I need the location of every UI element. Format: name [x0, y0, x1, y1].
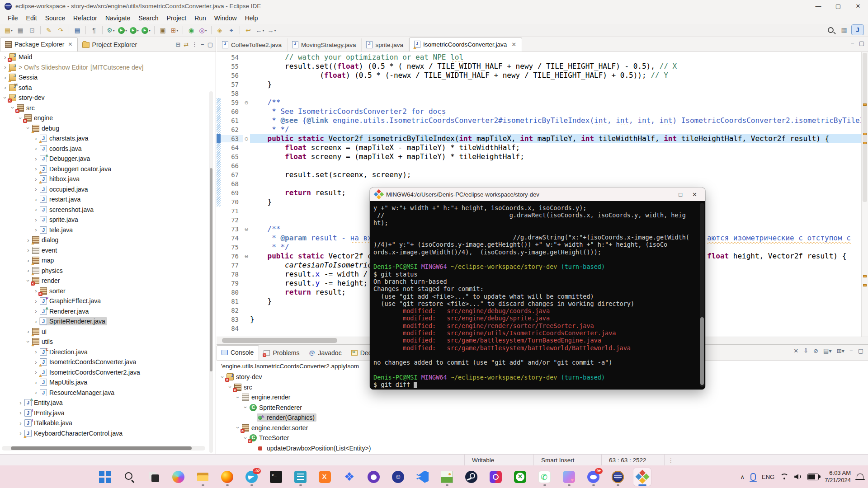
eclipse-icon[interactable]: [609, 468, 627, 486]
new-java-project-icon[interactable]: ▣: [157, 25, 169, 35]
last-edit-location-icon[interactable]: ↩: [242, 25, 254, 35]
editor-tab-isometriccoordsconverter.java[interactable]: IsometricCoordsConverter.java✕: [409, 38, 522, 52]
save-all-icon[interactable]: ⊡: [26, 25, 38, 35]
warning-mark[interactable]: [863, 142, 867, 144]
editor-vertical-scrollbar[interactable]: [863, 53, 867, 202]
scrollbar-thumb[interactable]: [222, 338, 337, 343]
package-explorer-vertical-scrollbar[interactable]: [209, 91, 213, 453]
line-number[interactable]: 73: [221, 225, 243, 233]
scroll-lock-icon[interactable]: ⇩: [803, 347, 808, 354]
code-line[interactable]: 60 * See IsometricCoordsConverter2 for d…: [217, 107, 868, 116]
scrollbar-thumb[interactable]: [11, 446, 192, 450]
line-number[interactable]: 54: [221, 54, 243, 61]
line-number[interactable]: 67: [221, 171, 243, 178]
package-explorer-horizontal-scrollbar[interactable]: [2, 446, 205, 450]
package-explorer-item[interactable]: ›ResourceManager.java: [0, 388, 207, 398]
annotate-icon[interactable]: ✎: [43, 25, 55, 35]
console-tree-item[interactable]: ›engine.render: [217, 392, 868, 403]
chevron-icon[interactable]: ›: [33, 226, 39, 233]
open-perspective-icon[interactable]: ▦: [838, 25, 850, 35]
package-explorer-item[interactable]: ›AEntity.java: [0, 398, 207, 408]
search-icon[interactable]: [120, 468, 139, 486]
chevron-icon[interactable]: ›: [17, 409, 24, 416]
line-number[interactable]: 72: [221, 216, 243, 224]
clear-console-icon[interactable]: ✕: [793, 347, 798, 354]
new-class-icon[interactable]: ◉: [185, 25, 197, 35]
minimize-view-icon[interactable]: −: [201, 41, 204, 48]
app-mascot-icon[interactable]: [389, 468, 407, 486]
package-explorer-item[interactable]: ›EDirection.java: [0, 347, 207, 357]
maximize-view-icon[interactable]: ▢: [858, 347, 863, 354]
fold-marker-icon[interactable]: ⊖: [243, 136, 250, 142]
scrollbar-thumb[interactable]: [700, 317, 704, 385]
notepad-icon[interactable]: [291, 468, 310, 486]
tab-console[interactable]: Console: [217, 345, 259, 360]
chevron-icon[interactable]: ›: [33, 216, 39, 223]
package-explorer-item[interactable]: ›> Owl's Slideshow Editor [MITCutscene d…: [0, 62, 207, 73]
quick-access-search-icon[interactable]: [825, 25, 836, 35]
close-icon[interactable]: ✕: [68, 41, 73, 47]
notifications-bell-icon[interactable]: [857, 475, 863, 479]
window-maximize-icon[interactable]: ▢: [828, 0, 848, 12]
editor-tab-sprite.java[interactable]: sprite.java: [362, 38, 409, 52]
code-line[interactable]: 56 (float) (0.5 * (-newx / TILE_WIDTH_HA…: [217, 71, 868, 80]
code-line[interactable]: 65 float screeny = (mapTileX + mapTileY)…: [217, 152, 868, 161]
code-line[interactable]: 59⊖ /**: [217, 98, 868, 107]
run-coverage-icon[interactable]: ▾: [128, 25, 140, 35]
package-explorer-item[interactable]: ›screenshot.java: [0, 205, 207, 215]
steam-icon[interactable]: [462, 468, 481, 486]
chevron-icon[interactable]: ›: [33, 389, 39, 396]
editor-tab-movingstrategy.java[interactable]: MovingStrategy.java: [288, 38, 362, 52]
console-tree-item[interactable]: updateDrawboxPosition(List<Entity>): [217, 443, 868, 454]
minimize-view-icon[interactable]: −: [849, 347, 853, 354]
menu-refactor[interactable]: Refactor: [69, 13, 101, 23]
line-number[interactable]: 65: [221, 153, 243, 160]
line-number[interactable]: 58: [221, 90, 243, 97]
chevron-icon[interactable]: ›: [33, 318, 39, 325]
chevron-icon[interactable]: ›: [33, 155, 39, 162]
package-explorer-item[interactable]: ›utils: [0, 337, 207, 347]
display-selected-console-icon[interactable]: ▤▾: [823, 347, 832, 354]
start-icon[interactable]: [96, 468, 114, 486]
code-line[interactable]: 64 float screenx = (mapTileX - mapTileY)…: [217, 143, 868, 152]
warning-mark[interactable]: [863, 284, 867, 286]
xbox-icon[interactable]: [511, 468, 529, 486]
new-interface-icon[interactable]: ◎▾: [197, 25, 209, 35]
package-explorer-item[interactable]: ›IIEntity.java: [0, 408, 207, 418]
package-explorer-item[interactable]: ›debug: [0, 123, 207, 134]
code-line[interactable]: 55 result.set((float) (0.5 * ( newx / TI…: [217, 62, 868, 71]
console-tree-item[interactable]: ›TreeSorter: [217, 433, 868, 443]
chevron-icon[interactable]: ›: [33, 145, 39, 152]
close-icon[interactable]: ✕: [511, 41, 516, 48]
package-explorer-item[interactable]: ›restart.java: [0, 194, 207, 205]
line-number[interactable]: 75: [221, 244, 243, 251]
package-explorer-item[interactable]: ›IsometricCoordsConverter2.java: [0, 367, 207, 378]
window-close-icon[interactable]: ✕: [848, 0, 868, 12]
line-number[interactable]: 84: [221, 325, 243, 332]
package-explorer-item[interactable]: ›src: [0, 103, 207, 113]
code-line[interactable]: 57 }: [217, 80, 868, 89]
back-icon[interactable]: ←▾: [254, 25, 266, 35]
open-view-icon[interactable]: ▤: [71, 25, 83, 35]
mingw64-terminal-window[interactable]: MINGW64:/c/Users/Denis-PC/eclipse-worksp…: [370, 188, 705, 389]
menu-source[interactable]: Source: [41, 13, 69, 23]
package-explorer-item[interactable]: ›PGraphicEffect.java: [0, 296, 207, 306]
line-number[interactable]: 82: [221, 307, 243, 314]
file-explorer-icon[interactable]: [193, 468, 212, 486]
debug-icon[interactable]: ⚙▾: [105, 25, 117, 35]
line-number[interactable]: 60: [221, 108, 243, 115]
console-tree-item[interactable]: render(Graphics): [217, 413, 868, 423]
terminal-output[interactable]: y +" w:"+ width +" h:"+ height, isoCoord…: [370, 201, 705, 389]
package-explorer-item[interactable]: ›story-dev: [0, 93, 207, 103]
line-number[interactable]: 70: [221, 198, 243, 206]
chevron-icon[interactable]: ›: [33, 186, 39, 192]
line-number[interactable]: 77: [221, 262, 243, 269]
package-explorer-item[interactable]: ›ADebugger.java: [0, 154, 207, 164]
app-blue-icon[interactable]: [340, 468, 359, 486]
chevron-icon[interactable]: ›: [33, 196, 39, 203]
package-explorer-item[interactable]: ›DebuggerLocator.java: [0, 164, 207, 174]
task-view-icon[interactable]: [145, 468, 163, 486]
tab-javadoc[interactable]: Javadoc: [305, 346, 347, 360]
terminal-icon[interactable]: [267, 468, 285, 486]
vscode-icon[interactable]: [413, 468, 432, 486]
